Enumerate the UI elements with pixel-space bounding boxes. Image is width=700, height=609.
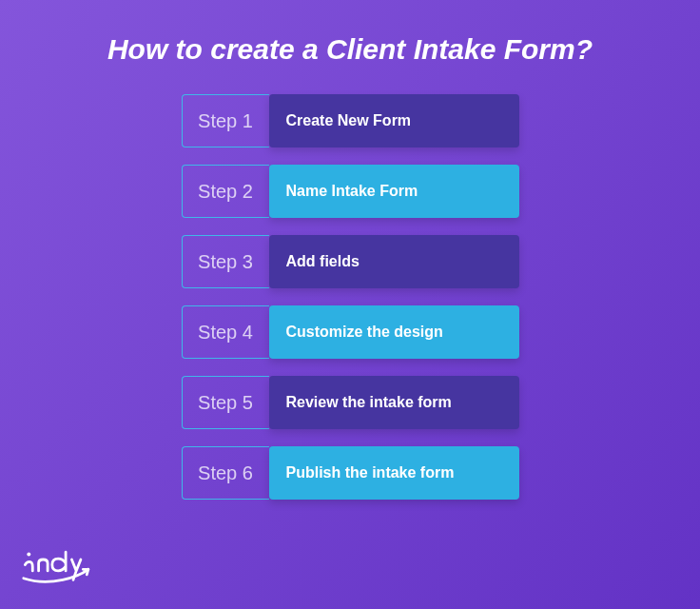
step-label-2: Step 2 <box>182 165 269 218</box>
step-description-4: Customize the design <box>269 305 519 359</box>
step-description-3: Add fields <box>269 235 519 288</box>
step-row-5: Step 5 Review the intake form <box>182 376 519 429</box>
step-description-2: Name Intake Form <box>269 165 519 218</box>
step-description-1: Create New Form <box>269 94 519 147</box>
step-row-3: Step 3 Add fields <box>182 235 519 288</box>
step-label-3: Step 3 <box>182 235 269 288</box>
step-label-5: Step 5 <box>182 376 269 429</box>
svg-point-0 <box>27 552 30 556</box>
step-description-5: Review the intake form <box>269 376 519 429</box>
step-description-6: Publish the intake form <box>269 446 519 500</box>
indy-logo <box>19 531 109 592</box>
step-label-1: Step 1 <box>182 94 269 147</box>
steps-container: Step 1 Create New Form Step 2 Name Intak… <box>0 94 700 500</box>
step-row-6: Step 6 Publish the intake form <box>182 446 519 500</box>
step-label-6: Step 6 <box>182 446 269 500</box>
page-title: How to create a Client Intake Form? <box>0 0 700 94</box>
step-row-2: Step 2 Name Intake Form <box>182 165 519 218</box>
step-label-4: Step 4 <box>182 305 269 359</box>
step-row-4: Step 4 Customize the design <box>182 305 519 359</box>
step-row-1: Step 1 Create New Form <box>182 94 519 147</box>
